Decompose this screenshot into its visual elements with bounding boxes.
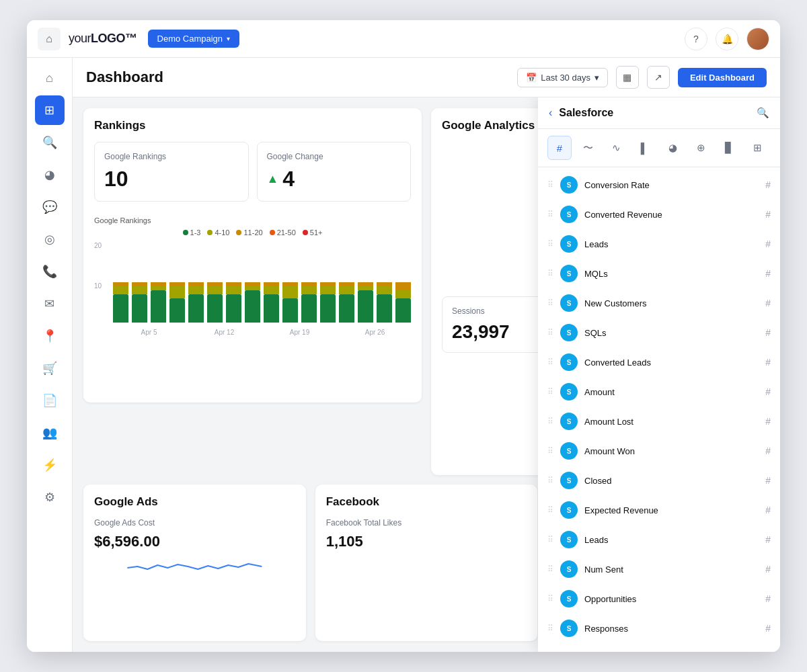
sidebar-item-map[interactable]: 📍: [35, 321, 65, 351]
date-filter-button[interactable]: 📅 Last 30 days ▾: [517, 68, 608, 87]
sidebar-item-chat[interactable]: 💬: [35, 192, 65, 222]
sidebar-item-dashboard[interactable]: ⊞: [35, 95, 65, 125]
salesforce-logo: S: [560, 383, 578, 401]
help-button[interactable]: ?: [685, 28, 707, 50]
google-rankings-chart: Google Rankings 1-3 4-10 11-20 21-50 51+…: [94, 211, 411, 336]
bar-segment: [207, 294, 223, 323]
sf-list-item[interactable]: ⠿ S Amount Won #: [538, 436, 780, 466]
bar-segment: [226, 286, 241, 294]
salesforce-logo: S: [560, 560, 578, 578]
bar-group-0: [113, 242, 128, 323]
drag-handle-icon: ⠿: [547, 239, 553, 249]
sf-tab-globe[interactable]: ⊕: [689, 136, 713, 160]
edit-dashboard-button[interactable]: Edit Dashboard: [678, 68, 767, 87]
app-window: ⌂ yourLOGO™ Demo Campaign ▾ ? 🔔 ⌂ ⊞ 🔍 ◕ …: [27, 20, 780, 652]
sf-tab-line[interactable]: 〜: [576, 136, 600, 160]
user-avatar[interactable]: [746, 28, 769, 50]
dashboard-grid: Rankings Google Rankings 10 Google Chang…: [73, 97, 780, 652]
sf-list-item[interactable]: ⠿ S Leads #: [538, 229, 780, 259]
sf-list-item[interactable]: ⠿ S Converted Leads #: [538, 347, 780, 377]
sf-tab-pie[interactable]: ◕: [660, 136, 685, 160]
sf-list-item[interactable]: ⠿ S Opportunities #: [538, 584, 780, 614]
sf-list-item[interactable]: ⠿ S Leads #: [538, 525, 780, 554]
bar-segment: [282, 298, 298, 323]
sidebar-item-settings[interactable]: ⚙: [35, 482, 65, 512]
bar-group-7: [245, 242, 260, 323]
sf-search-icon[interactable]: 🔍: [757, 107, 769, 119]
bar-segment: [264, 294, 279, 323]
google-rankings-value: 10: [104, 167, 239, 192]
bar-segment: [188, 294, 204, 323]
bar-group-10: [301, 242, 317, 323]
sf-list-item[interactable]: ⠿ S Expected Revenue #: [538, 495, 780, 525]
sf-item-hash: #: [765, 593, 771, 604]
sidebar-item-mail[interactable]: ✉: [35, 289, 65, 319]
sf-list-item[interactable]: ⠿ S Converted Revenue #: [538, 200, 780, 229]
sf-item-hash: #: [765, 386, 771, 397]
sf-list-item[interactable]: ⠿ S New Customers #: [538, 288, 780, 318]
salesforce-logo: S: [560, 590, 578, 607]
chevron-down-icon: ▾: [227, 35, 230, 42]
bar-group-15: [395, 242, 411, 323]
notifications-button[interactable]: 🔔: [716, 28, 738, 50]
salesforce-logo: S: [560, 472, 578, 489]
bar-group-4: [188, 242, 204, 323]
sidebar-item-home[interactable]: ⌂: [35, 63, 65, 93]
sf-tab-hash[interactable]: #: [547, 136, 572, 160]
drag-handle-icon: ⠿: [547, 298, 553, 308]
chart-view-button[interactable]: ▦: [616, 66, 639, 89]
sidebar-item-people[interactable]: 👥: [35, 418, 65, 448]
sidebar-item-chart[interactable]: ◕: [35, 160, 65, 190]
sf-list-item[interactable]: ⠿ S Responses #: [538, 614, 780, 643]
sf-list-item[interactable]: ⠿ S SQLs #: [538, 318, 780, 347]
sf-tab-grid[interactable]: ⊞: [745, 136, 769, 160]
sf-list-item[interactable]: ⠿ S Num Sent #: [538, 554, 780, 584]
salesforce-panel: ‹ Salesforce 🔍 # 〜 ∿ ▌ ◕ ⊕ ▊ ⊞: [538, 97, 780, 652]
salesforce-logo: S: [560, 620, 578, 637]
x-label-apr26: Apr 26: [339, 329, 411, 336]
bar-segment: [301, 294, 317, 323]
sf-item-hash: #: [765, 623, 771, 634]
sf-item-hash: #: [765, 268, 771, 279]
google-ads-card: Google Ads Google Ads Cost $6,596.00: [83, 485, 306, 641]
sf-item-name: Amount Lost: [584, 417, 759, 427]
sidebar-item-search[interactable]: 🔍: [35, 128, 65, 157]
sf-list-item[interactable]: ⠿ S Amount Lost #: [538, 407, 780, 436]
sf-list-item[interactable]: ⠿ S Closed #: [538, 466, 780, 495]
facebook-likes-label: Facebook Total Likes: [326, 518, 527, 528]
bar-segment: [282, 286, 298, 298]
salesforce-logo: S: [560, 353, 578, 371]
campaign-dropdown[interactable]: Demo Campaign ▾: [148, 30, 240, 48]
sidebar-item-file[interactable]: 📄: [35, 386, 65, 415]
sf-tab-bar2[interactable]: ▊: [717, 136, 741, 160]
google-rankings-metric: Google Rankings 10: [94, 142, 249, 202]
bar-segment: [301, 286, 317, 294]
drag-handle-icon: ⠿: [547, 594, 553, 603]
sidebar-item-target[interactable]: ◎: [35, 224, 65, 254]
drag-handle-icon: ⠿: [547, 476, 553, 485]
sf-tab-wave[interactable]: ∿: [604, 136, 628, 160]
sf-list-item[interactable]: ⠿ S Amount #: [538, 377, 780, 407]
page-title: Dashboard: [86, 69, 509, 86]
sf-list-item[interactable]: ⠿ S MQLs #: [538, 259, 780, 288]
top-nav: ⌂ yourLOGO™ Demo Campaign ▾ ? 🔔: [27, 20, 780, 58]
bar-segment: [245, 290, 260, 323]
y-axis-labels: 20 10: [94, 242, 109, 323]
sidebar-item-phone[interactable]: 📞: [35, 257, 65, 286]
home-button[interactable]: ⌂: [38, 28, 61, 50]
sidebar-item-plug[interactable]: ⚡: [35, 450, 65, 480]
drag-handle-icon: ⠿: [547, 505, 553, 515]
bar-segment: [113, 286, 128, 294]
bar-segment: [151, 290, 166, 323]
salesforce-logo: S: [560, 235, 578, 253]
bar-segment: [113, 294, 128, 323]
sidebar-item-cart[interactable]: 🛒: [35, 353, 65, 383]
sf-list-item[interactable]: ⠿ S Conversion Rate #: [538, 170, 780, 200]
x-label-apr12: Apr 12: [188, 329, 260, 336]
sf-back-button[interactable]: ‹: [549, 107, 552, 119]
bar-segment: [226, 294, 241, 323]
sf-tab-bar[interactable]: ▌: [632, 136, 656, 160]
share-button[interactable]: ↗: [647, 66, 670, 89]
bell-icon: 🔔: [722, 34, 733, 44]
google-ads-sparkline: [94, 554, 295, 575]
